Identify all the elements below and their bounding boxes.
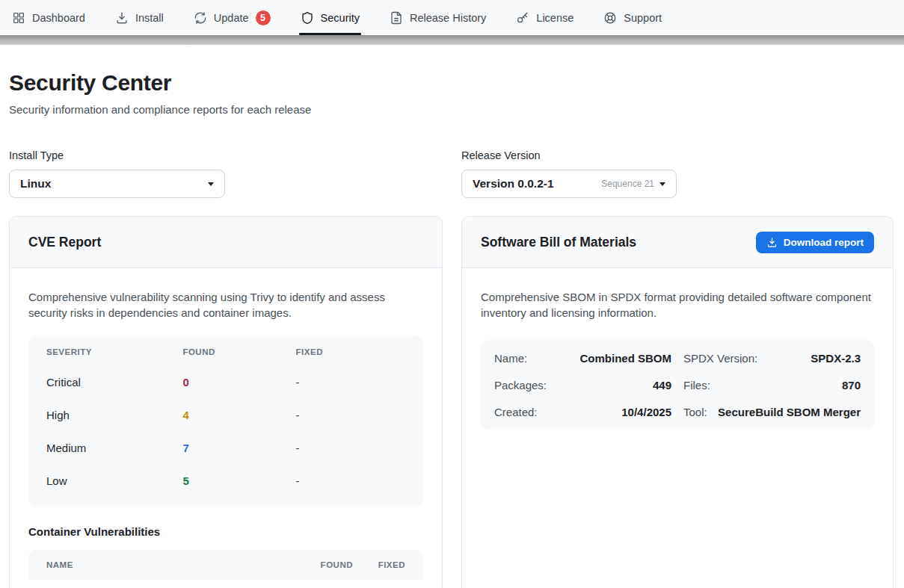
refresh-icon	[194, 11, 207, 25]
nav-item-dashboard[interactable]: Dashboard	[12, 0, 85, 35]
main-content: Security Center Security information and…	[0, 70, 904, 588]
release-version-select[interactable]: Version 0.0.2-1 Sequence 21	[461, 170, 677, 198]
page-subtitle: Security information and compliance repo…	[9, 103, 894, 116]
sbom-details-table: Name: Combined SBOM SPDX Version: SPDX-2…	[481, 340, 874, 430]
chevron-down-icon	[208, 182, 214, 186]
cve-report-card: CVE Report Comprehensive vulnerability s…	[9, 216, 443, 588]
lifebuoy-icon	[603, 11, 617, 25]
cv-fixed-col-header: FIXED	[353, 560, 405, 569]
filters-row: Install Type Linux Release Version Versi…	[9, 149, 894, 198]
download-report-label: Download report	[784, 237, 864, 248]
nav-scroll-shadow	[0, 35, 904, 45]
cve-card-title: CVE Report	[28, 235, 101, 250]
active-tab-indicator	[299, 33, 361, 35]
release-version-filter: Release Version Version 0.0.2-1 Sequence…	[461, 149, 894, 198]
install-type-label: Install Type	[9, 149, 443, 161]
severity-row-high: High 4 -	[46, 398, 405, 431]
nav-item-release-history[interactable]: Release History	[390, 0, 486, 35]
top-navigation: Dashboard Install Update 5 Security Rele…	[0, 0, 904, 35]
container-vulnerabilities-title: Container Vulnerabilities	[28, 525, 423, 538]
page-title: Security Center	[9, 70, 894, 96]
sbom-detail-tool: Tool: SecureBuild SBOM Merger	[683, 398, 861, 425]
sbom-card: Software Bill of Materials Download repo…	[461, 216, 894, 588]
release-version-label: Release Version	[461, 149, 894, 161]
found-col-header: FOUND	[182, 347, 295, 365]
release-sequence-hint: Sequence 21	[601, 179, 654, 189]
severity-row-critical: Critical 0 -	[46, 365, 405, 398]
download-report-button[interactable]: Download report	[756, 232, 874, 253]
shield-icon	[301, 11, 314, 25]
install-type-filter: Install Type Linux	[9, 149, 443, 198]
nav-item-install[interactable]: Install	[115, 0, 164, 35]
download-icon	[766, 237, 778, 248]
nav-item-license[interactable]: License	[516, 0, 574, 35]
install-type-select[interactable]: Linux	[9, 170, 225, 198]
severity-row-low: Low 5 -	[46, 464, 405, 497]
nav-label-security: Security	[321, 12, 360, 24]
nav-label-update: Update	[214, 12, 249, 24]
high-found-count: 4	[182, 409, 295, 421]
sbom-detail-name: Name: Combined SBOM	[494, 344, 671, 371]
sbom-detail-created: Created: 10/4/2025	[494, 398, 671, 425]
report-cards-row: CVE Report Comprehensive vulnerability s…	[9, 216, 894, 588]
low-found-count: 5	[182, 474, 295, 487]
cve-card-body: Comprehensive vulnerability scanning usi…	[10, 268, 442, 580]
fixed-col-header: FIXED	[296, 347, 405, 365]
sbom-detail-spdx-version: SPDX Version: SPDX-2.3	[683, 344, 861, 371]
cv-found-col-header: FOUND	[284, 560, 353, 569]
nav-label-install: Install	[135, 12, 164, 24]
file-text-icon	[390, 11, 403, 25]
nav-item-update[interactable]: Update 5	[194, 0, 271, 35]
nav-label-release-history: Release History	[410, 12, 486, 24]
nav-label-dashboard: Dashboard	[32, 12, 85, 24]
severity-table: SEVERITY FOUND FIXED Critical 0 - High 4…	[28, 335, 423, 506]
dashboard-grid-icon	[12, 11, 25, 25]
sbom-detail-packages: Packages: 449	[494, 371, 671, 398]
container-vulns-table-header: NAME FOUND FIXED	[28, 550, 423, 580]
nav-label-license: License	[536, 12, 574, 24]
cve-card-header: CVE Report	[10, 217, 442, 268]
nav-item-security[interactable]: Security	[301, 0, 360, 35]
sbom-description: Comprehensive SBOM in SPDX format provid…	[481, 289, 874, 321]
severity-table-header: SEVERITY FOUND FIXED	[46, 347, 405, 365]
cv-name-col-header: NAME	[46, 560, 284, 569]
download-icon	[115, 11, 129, 25]
sbom-card-body: Comprehensive SBOM in SPDX format provid…	[462, 268, 893, 430]
install-type-value: Linux	[20, 177, 51, 191]
critical-found-count: 0	[182, 376, 295, 389]
nav-label-support: Support	[624, 12, 662, 24]
sbom-card-header: Software Bill of Materials Download repo…	[462, 217, 893, 268]
chevron-down-icon	[659, 182, 665, 186]
severity-col-header: SEVERITY	[46, 347, 182, 365]
update-count-badge: 5	[256, 10, 271, 25]
sbom-card-title: Software Bill of Materials	[481, 235, 636, 250]
sbom-detail-files: Files: 870	[683, 371, 861, 398]
release-version-value: Version 0.0.2-1	[473, 177, 554, 191]
key-icon	[516, 11, 529, 25]
severity-row-medium: Medium 7 -	[46, 431, 405, 464]
cve-description: Comprehensive vulnerability scanning usi…	[28, 289, 423, 321]
medium-found-count: 7	[182, 442, 295, 454]
nav-item-support[interactable]: Support	[603, 0, 662, 35]
